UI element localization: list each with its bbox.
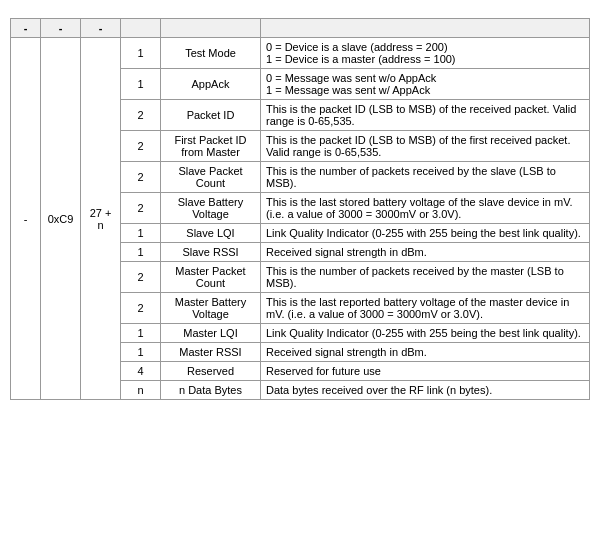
cell-field: AppAck — [161, 69, 261, 100]
cell-bytes: 1 — [121, 243, 161, 262]
cell-field: Slave Battery Voltage — [161, 193, 261, 224]
cell-bytes: 1 — [121, 69, 161, 100]
cell-bytes: 2 — [121, 162, 161, 193]
cell-field: Master RSSI — [161, 343, 261, 362]
span-col-len: 27 + n — [81, 38, 121, 400]
cell-field: Slave RSSI — [161, 243, 261, 262]
cell-bytes: 1 — [121, 324, 161, 343]
cell-field: Slave LQI — [161, 224, 261, 243]
cell-desc: Link Quality Indicator (0-255 with 255 b… — [261, 224, 590, 243]
cell-desc: This is the last reported battery voltag… — [261, 293, 590, 324]
h1: - — [11, 19, 41, 38]
h2: - — [41, 19, 81, 38]
cell-desc: This is the packet ID (LSB to MSB) of th… — [261, 131, 590, 162]
cell-desc: 0 = Message was sent w/o AppAck1 = Messa… — [261, 69, 590, 100]
cell-bytes: 2 — [121, 100, 161, 131]
page-container: - - - -0xC927 + n1Test Mode0 = Device is… — [0, 0, 600, 410]
main-table: - - - -0xC927 + n1Test Mode0 = Device is… — [10, 18, 590, 400]
cell-bytes: 1 — [121, 343, 161, 362]
cell-field: Test Mode — [161, 38, 261, 69]
h6 — [261, 19, 590, 38]
cell-field: Master Packet Count — [161, 262, 261, 293]
cell-field: Master LQI — [161, 324, 261, 343]
cell-bytes: 2 — [121, 293, 161, 324]
cell-desc: Data bytes received over the RF link (n … — [261, 381, 590, 400]
cell-bytes: 1 — [121, 38, 161, 69]
cell-desc: Received signal strength in dBm. — [261, 243, 590, 262]
cell-desc: This is the packet ID (LSB to MSB) of th… — [261, 100, 590, 131]
cell-desc: This is the last stored battery voltage … — [261, 193, 590, 224]
cell-desc: Reserved for future use — [261, 362, 590, 381]
cell-bytes: 2 — [121, 262, 161, 293]
cell-field: n Data Bytes — [161, 381, 261, 400]
h4 — [121, 19, 161, 38]
cell-desc: 0 = Device is a slave (address = 200)1 =… — [261, 38, 590, 69]
cell-desc: Link Quality Indicator (0-255 with 255 b… — [261, 324, 590, 343]
cell-bytes: 2 — [121, 193, 161, 224]
cell-bytes: 4 — [121, 362, 161, 381]
cell-field: Reserved — [161, 362, 261, 381]
cell-desc: This is the number of packets received b… — [261, 162, 590, 193]
cell-desc: Received signal strength in dBm. — [261, 343, 590, 362]
cell-field: Master Battery Voltage — [161, 293, 261, 324]
span-col-dash: - — [11, 38, 41, 400]
cell-field: First Packet ID from Master — [161, 131, 261, 162]
cell-bytes: 1 — [121, 224, 161, 243]
h5 — [161, 19, 261, 38]
cell-field: Slave Packet Count — [161, 162, 261, 193]
cell-desc: This is the number of packets received b… — [261, 262, 590, 293]
span-col-cmd: 0xC9 — [41, 38, 81, 400]
table-row: -0xC927 + n1Test Mode0 = Device is a sla… — [11, 38, 590, 69]
header-row: - - - — [11, 19, 590, 38]
cell-bytes: 2 — [121, 131, 161, 162]
h3: - — [81, 19, 121, 38]
cell-field: Packet ID — [161, 100, 261, 131]
cell-bytes: n — [121, 381, 161, 400]
